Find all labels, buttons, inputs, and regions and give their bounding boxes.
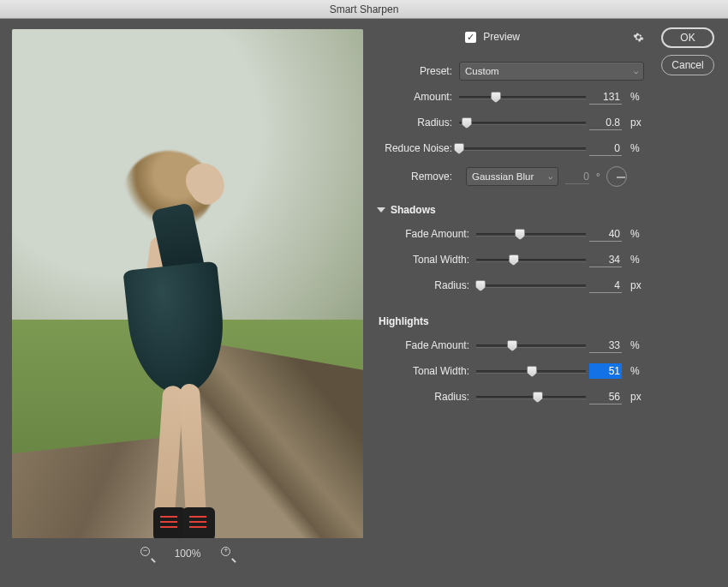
preset-select[interactable]: Custom ⌵ xyxy=(459,62,644,81)
degree-symbol: ° xyxy=(596,171,600,182)
shadows-title: Shadows xyxy=(391,204,436,216)
highlights-header[interactable]: Highlights xyxy=(377,315,644,327)
shadows-tonal-label: Tonal Width: xyxy=(377,254,476,266)
chevron-down-icon: ⌵ xyxy=(634,67,638,75)
shadows-radius-unit: px xyxy=(625,279,644,291)
highlights-tonal-label: Tonal Width: xyxy=(377,365,476,377)
angle-field[interactable]: 0 xyxy=(565,169,589,184)
dialog-body: − 100% + OK Cancel ✓ Preview Preset: Cus… xyxy=(0,19,728,587)
disclosure-triangle-icon xyxy=(377,207,385,213)
preset-value: Custom xyxy=(465,66,499,76)
remove-select[interactable]: Gaussian Blur ⌵ xyxy=(466,167,558,186)
zoom-level[interactable]: 100% xyxy=(175,548,201,560)
shadows-radius-value[interactable]: 4 xyxy=(589,278,622,293)
slider-thumb[interactable] xyxy=(475,280,486,291)
slider-thumb[interactable] xyxy=(462,117,472,129)
shadows-tonal-unit: % xyxy=(625,254,644,266)
amount-label: Amount: xyxy=(377,91,459,103)
highlights-fade-slider[interactable] xyxy=(476,339,586,351)
ok-button[interactable]: OK xyxy=(661,27,714,48)
window-title: Smart Sharpen xyxy=(0,0,728,19)
shadows-radius-slider[interactable] xyxy=(476,279,586,291)
slider-thumb[interactable] xyxy=(491,92,501,103)
shadows-header[interactable]: Shadows xyxy=(377,204,644,216)
shadows-tonal-value[interactable]: 34 xyxy=(589,252,622,267)
preview-image[interactable] xyxy=(12,29,363,538)
highlights-fade-value[interactable]: 33 xyxy=(589,338,622,353)
reduce-noise-label: Reduce Noise: xyxy=(377,142,459,154)
gear-icon[interactable] xyxy=(633,32,644,43)
highlights-tonal-slider[interactable] xyxy=(476,365,586,377)
radius-slider[interactable] xyxy=(459,117,586,129)
shadows-fade-slider[interactable] xyxy=(476,228,586,240)
slider-thumb[interactable] xyxy=(533,392,543,403)
reduce-noise-value[interactable]: 0 xyxy=(589,141,622,156)
highlights-radius-unit: px xyxy=(625,391,644,403)
preview-checkbox[interactable]: ✓ xyxy=(465,32,476,43)
amount-slider[interactable] xyxy=(459,91,586,103)
reduce-noise-slider[interactable] xyxy=(459,142,586,154)
slider-thumb[interactable] xyxy=(507,340,517,351)
highlights-title: Highlights xyxy=(379,315,429,327)
angle-dial[interactable] xyxy=(606,166,627,187)
slider-thumb[interactable] xyxy=(515,229,525,240)
shadows-fade-value[interactable]: 40 xyxy=(589,226,622,242)
highlights-fade-label: Fade Amount: xyxy=(377,339,476,351)
slider-thumb[interactable] xyxy=(509,255,519,266)
shadows-radius-label: Radius: xyxy=(377,279,476,291)
highlights-radius-label: Radius: xyxy=(377,391,476,403)
radius-unit: px xyxy=(625,117,644,129)
controls-pane: OK Cancel ✓ Preview Preset: Custom ⌵ Amo… xyxy=(370,19,728,587)
preview-label: Preview xyxy=(483,31,520,43)
shadows-fade-unit: % xyxy=(625,228,644,240)
preview-pane: − 100% + xyxy=(0,19,370,587)
radius-value[interactable]: 0.8 xyxy=(589,115,622,130)
amount-unit: % xyxy=(625,91,644,103)
cancel-button[interactable]: Cancel xyxy=(661,55,714,75)
shadows-fade-label: Fade Amount: xyxy=(377,228,476,240)
preset-label: Preset: xyxy=(377,65,459,77)
chevron-down-icon: ⌵ xyxy=(548,172,552,181)
highlights-tonal-unit: % xyxy=(625,365,644,377)
highlights-radius-value[interactable]: 56 xyxy=(589,389,622,404)
remove-label: Remove: xyxy=(377,171,459,183)
shadows-tonal-slider[interactable] xyxy=(476,254,586,266)
remove-value: Gaussian Blur xyxy=(472,171,534,182)
reduce-noise-unit: % xyxy=(625,142,644,154)
highlights-tonal-value[interactable]: 51 xyxy=(589,363,622,379)
zoom-in-icon[interactable]: + xyxy=(221,547,235,560)
highlights-fade-unit: % xyxy=(625,339,644,351)
highlights-radius-slider[interactable] xyxy=(476,391,586,403)
amount-value[interactable]: 131 xyxy=(589,89,622,105)
radius-label: Radius: xyxy=(377,117,459,129)
slider-thumb[interactable] xyxy=(527,366,537,377)
zoom-bar: − 100% + xyxy=(12,538,363,569)
zoom-out-icon[interactable]: − xyxy=(140,547,154,560)
